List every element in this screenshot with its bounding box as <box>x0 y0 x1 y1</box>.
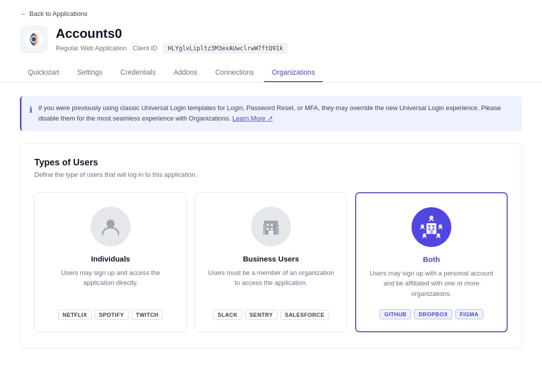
svg-rect-6 <box>271 224 273 226</box>
app-logo <box>20 25 48 53</box>
both-desc: Users may sign up with a personal accoun… <box>366 268 497 299</box>
app-name: Accounts0 <box>56 26 287 41</box>
svg-rect-10 <box>263 225 266 235</box>
user-types-grid: Individuals Users may sign up and access… <box>34 192 508 332</box>
both-icon <box>411 207 451 247</box>
svg-rect-8 <box>271 228 273 230</box>
individuals-name: Individuals <box>91 255 130 263</box>
tag-netflix: NETFLIX <box>58 310 92 320</box>
tab-bar: Quickstart Settings Credentials Addons C… <box>0 63 542 82</box>
types-of-users-card: Types of Users Define the type of users … <box>20 143 522 349</box>
back-arrow-icon: ← <box>20 10 26 17</box>
svg-rect-11 <box>276 225 279 235</box>
tab-connections[interactable]: Connections <box>207 63 262 82</box>
tag-figma: FIGMA <box>455 309 483 319</box>
individuals-desc: Users may sign up and access the applica… <box>45 268 176 300</box>
info-banner: ℹ If you were previously using classic U… <box>20 96 522 131</box>
business-icon <box>251 207 291 247</box>
app-info: Accounts0 Regular Web Application Client… <box>56 26 287 53</box>
both-tags: GITHUB DROPBOX FIGMA <box>380 309 483 319</box>
individuals-tags: NETFLIX SPOTIFY TWITCH <box>58 310 163 320</box>
tag-twitch: TWITCH <box>132 310 163 320</box>
card-title: Types of Users <box>34 157 508 168</box>
business-name: Business Users <box>243 255 299 263</box>
business-desc: Users must be a member of an organizatio… <box>205 268 337 300</box>
main-content: ℹ If you were previously using classic U… <box>0 82 542 363</box>
card-subtitle: Define the type of users that will log i… <box>34 171 508 178</box>
tab-settings[interactable]: Settings <box>69 63 111 82</box>
back-link-label: Back to Applications <box>29 10 87 17</box>
tag-sentry: SENTRY <box>245 310 277 320</box>
business-tags: SLACK SENTRY SALESFORCE <box>213 310 329 320</box>
tab-organizations[interactable]: Organizations <box>264 63 323 82</box>
tag-dropbox: DROPBOX <box>414 309 452 319</box>
banner-text: If you were previously using classic Uni… <box>38 103 514 124</box>
tab-addons[interactable]: Addons <box>165 63 205 82</box>
tag-spotify: SPOTIFY <box>95 310 129 320</box>
both-name: Both <box>423 255 440 263</box>
type-card-business[interactable]: Business Users Users must be a member of… <box>195 192 347 332</box>
app-type: Regular Web Application <box>56 44 127 52</box>
type-card-individuals[interactable]: Individuals Users may sign up and access… <box>34 192 187 332</box>
svg-point-18 <box>429 216 433 220</box>
tag-salesforce: SALESFORCE <box>280 310 329 320</box>
app-logo-svg <box>24 30 43 49</box>
app-header: Accounts0 Regular Web Application Client… <box>0 25 542 63</box>
svg-rect-14 <box>432 225 434 227</box>
type-card-both[interactable]: Both Users may sign up with a personal a… <box>355 192 508 332</box>
client-id-label: Client ID <box>133 44 157 52</box>
back-link[interactable]: ← Back to Applications <box>0 0 542 25</box>
svg-rect-5 <box>267 224 269 226</box>
svg-point-2 <box>31 37 36 42</box>
app-meta: Regular Web Application Client ID HLYglv… <box>56 43 287 53</box>
svg-rect-15 <box>428 228 430 230</box>
svg-rect-9 <box>269 231 273 235</box>
tag-github: GITHUB <box>380 309 411 319</box>
svg-point-3 <box>107 220 115 228</box>
svg-rect-16 <box>432 228 434 230</box>
learn-more-link[interactable]: Learn More ↗ <box>232 115 272 122</box>
svg-rect-13 <box>428 225 430 227</box>
svg-rect-17 <box>430 230 433 234</box>
tag-slack: SLACK <box>213 310 242 320</box>
svg-rect-7 <box>267 228 269 230</box>
individuals-icon <box>91 207 131 247</box>
tab-quickstart[interactable]: Quickstart <box>20 63 67 82</box>
tab-credentials[interactable]: Credentials <box>113 63 164 82</box>
info-icon: ℹ <box>29 104 32 124</box>
client-id-value[interactable]: HLYglvLipltz3M3exAUwclrwW7ftQ91k <box>163 43 287 53</box>
